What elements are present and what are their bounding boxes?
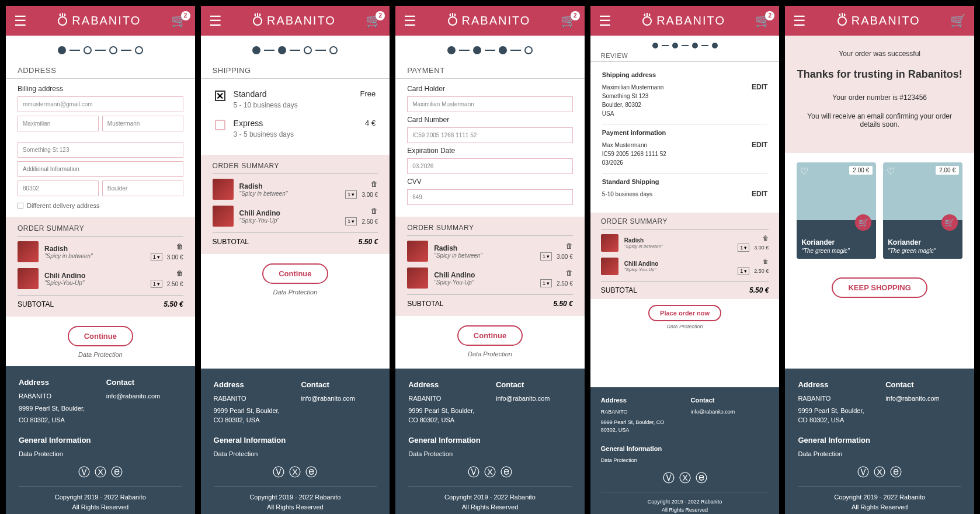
twitter-icon[interactable]: ⓧ <box>874 466 885 478</box>
continue-button[interactable]: Continue <box>457 325 523 346</box>
card-exp-input[interactable] <box>407 158 573 174</box>
step-4[interactable] <box>524 46 533 54</box>
email-input[interactable] <box>18 96 183 112</box>
firstname-input[interactable] <box>18 116 99 131</box>
product-card[interactable]: ♡ 2.00 € 🛒 Koriander"The green magic" <box>797 162 876 259</box>
data-protection-link[interactable]: Data Protection <box>201 289 390 296</box>
step-2[interactable] <box>473 46 481 54</box>
step-1[interactable] <box>252 46 260 54</box>
edit-payment-button[interactable]: EDIT <box>752 141 767 149</box>
card-cvv-input[interactable] <box>407 189 573 205</box>
step-2[interactable] <box>84 46 92 54</box>
heart-icon[interactable]: ♡ <box>887 166 895 177</box>
footer-email[interactable]: info@rabanito.com <box>106 391 182 401</box>
addl-input[interactable] <box>18 161 183 177</box>
step-4[interactable] <box>329 46 338 54</box>
instagram-icon[interactable]: ⓔ <box>305 466 317 478</box>
header: ☰ RABANITO 🛒2 <box>201 6 390 36</box>
qty-selector[interactable]: 1 ▾ <box>738 244 749 252</box>
add-to-cart-icon[interactable]: 🛒 <box>941 214 958 231</box>
logo[interactable]: RABANITO <box>222 12 366 30</box>
diff-address-row[interactable]: Different delivery address <box>18 202 183 209</box>
qty-selector[interactable]: 1 ▾ <box>738 267 749 275</box>
footer-dp-link[interactable]: Data Protection <box>19 449 182 459</box>
step-4[interactable] <box>712 43 718 48</box>
step-2[interactable] <box>672 43 678 48</box>
menu-icon[interactable]: ☰ <box>209 13 222 29</box>
add-to-cart-icon[interactable]: 🛒 <box>855 214 871 231</box>
cart-icon[interactable]: 🛒2 <box>171 13 187 29</box>
continue-button[interactable]: Continue <box>68 326 133 346</box>
logo[interactable]: RABANITO <box>806 12 950 30</box>
trash-icon[interactable]: 🗑 <box>345 207 378 215</box>
step-3[interactable] <box>499 46 507 54</box>
twitter-icon[interactable]: ⓧ <box>289 466 301 478</box>
menu-icon[interactable]: ☰ <box>404 13 416 29</box>
instagram-icon[interactable]: ⓔ <box>501 466 512 478</box>
trash-icon[interactable]: 🗑 <box>151 242 183 251</box>
instagram-icon[interactable]: ⓔ <box>111 466 123 478</box>
checkbox-checked-icon[interactable]: ✕ <box>215 91 225 101</box>
data-protection-link[interactable]: Data Protection <box>395 350 585 357</box>
qty-selector[interactable]: 1 ▾ <box>151 253 162 261</box>
trash-icon[interactable]: 🗑 <box>540 242 573 250</box>
trash-icon[interactable]: 🗑 <box>345 180 378 188</box>
facebook-icon[interactable]: Ⓥ <box>857 466 869 478</box>
menu-icon[interactable]: ☰ <box>599 13 611 29</box>
twitter-icon[interactable]: ⓧ <box>484 466 496 478</box>
trash-icon[interactable]: 🗑 <box>151 269 183 277</box>
logo[interactable]: RABANITO <box>416 12 561 30</box>
edit-method-button[interactable]: EDIT <box>752 190 767 198</box>
step-1[interactable] <box>58 46 66 54</box>
step-3[interactable] <box>109 46 117 54</box>
facebook-icon[interactable]: Ⓥ <box>468 466 479 478</box>
zip-input[interactable] <box>18 180 99 196</box>
data-protection-link[interactable]: Data Protection <box>6 351 195 358</box>
cart-icon[interactable]: 🛒2 <box>755 13 771 29</box>
cart-icon[interactable]: 🛒2 <box>366 13 381 29</box>
twitter-icon[interactable]: ⓧ <box>679 471 691 484</box>
shipping-option-express[interactable]: Express3 - 5 business days 4 € <box>201 114 390 143</box>
city-input[interactable] <box>102 180 183 196</box>
logo[interactable]: RABANITO <box>27 12 171 30</box>
facebook-icon[interactable]: Ⓥ <box>663 471 675 484</box>
card-holder-input[interactable] <box>407 96 573 112</box>
menu-icon[interactable]: ☰ <box>14 13 27 29</box>
product-card[interactable]: ♡ 2.00 € 🛒 Koriander"The green magic" <box>883 162 962 259</box>
place-order-button[interactable]: Place order now <box>648 305 721 321</box>
edit-shipping-button[interactable]: EDIT <box>752 83 767 91</box>
qty-selector[interactable]: 1 ▾ <box>540 279 552 287</box>
step-2[interactable] <box>278 46 286 54</box>
twitter-icon[interactable]: ⓧ <box>95 466 106 478</box>
logo[interactable]: RABANITO <box>611 12 756 30</box>
lastname-input[interactable] <box>102 116 183 131</box>
shipping-option-standard[interactable]: ✕ Standard5 - 10 business days Free <box>201 85 390 114</box>
trash-icon[interactable]: 🗑 <box>540 269 573 277</box>
qty-selector[interactable]: 1 ▾ <box>151 280 162 288</box>
step-3[interactable] <box>304 46 312 54</box>
cart-icon[interactable]: 🛒 <box>950 13 966 29</box>
step-3[interactable] <box>692 43 698 48</box>
data-protection-link[interactable]: Data Protection <box>590 324 780 329</box>
street-input[interactable] <box>18 142 183 158</box>
cart-icon[interactable]: 🛒2 <box>561 13 576 29</box>
menu-icon[interactable]: ☰ <box>793 13 806 29</box>
facebook-icon[interactable]: Ⓥ <box>273 466 284 478</box>
step-1[interactable] <box>447 46 456 54</box>
continue-button[interactable]: Continue <box>262 263 328 284</box>
trash-icon[interactable]: 🗑 <box>738 258 769 265</box>
instagram-icon[interactable]: ⓔ <box>890 466 902 478</box>
step-1[interactable] <box>652 43 658 48</box>
checkbox-icon[interactable] <box>18 203 23 209</box>
trash-icon[interactable]: 🗑 <box>738 235 769 241</box>
checkbox-icon[interactable] <box>215 120 225 130</box>
qty-selector[interactable]: 1 ▾ <box>345 217 357 225</box>
qty-selector[interactable]: 1 ▾ <box>540 252 552 261</box>
heart-icon[interactable]: ♡ <box>800 166 808 177</box>
card-number-input[interactable] <box>407 127 573 143</box>
facebook-icon[interactable]: Ⓥ <box>78 466 90 478</box>
keep-shopping-button[interactable]: KEEP SHOPPING <box>832 277 927 298</box>
instagram-icon[interactable]: ⓔ <box>696 471 707 484</box>
qty-selector[interactable]: 1 ▾ <box>345 190 357 199</box>
step-4[interactable] <box>135 46 143 54</box>
